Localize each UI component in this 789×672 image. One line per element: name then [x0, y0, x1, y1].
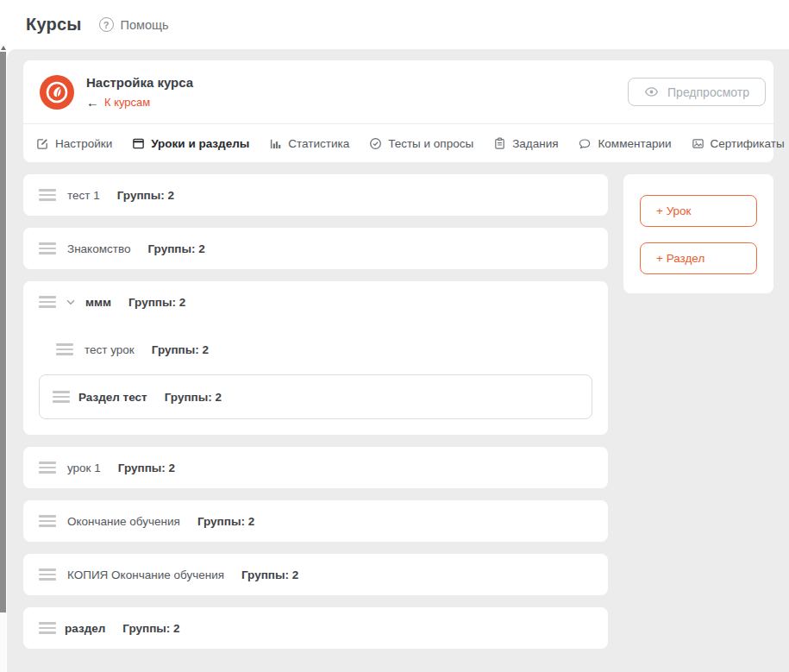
help-link[interactable]: ? Помощь [99, 17, 169, 32]
drag-handle-icon[interactable] [39, 189, 56, 201]
actions-panel: + Урок + Раздел [623, 174, 773, 293]
drag-handle-icon[interactable] [39, 242, 56, 254]
groups-count: Группы: 2 [122, 622, 179, 635]
tab-tasks[interactable]: Задания [493, 137, 558, 150]
lesson-name: Знакомство [67, 242, 130, 255]
lesson-row[interactable]: урок 1 Группы: 2 [23, 447, 608, 488]
lesson-row[interactable]: КОПИЯ Окончание обучения Группы: 2 [23, 554, 608, 595]
tab-label: Задания [512, 137, 558, 150]
eye-icon [644, 85, 659, 99]
lesson-name: тест 1 [67, 189, 100, 202]
tab-label: Уроки и разделы [151, 137, 249, 150]
lesson-name: Окончание обучения [67, 515, 180, 528]
edit-icon [36, 137, 49, 150]
preview-label: Предпросмотр [667, 85, 749, 99]
stats-icon [269, 137, 282, 150]
page-title: Курсы [26, 15, 82, 35]
groups-count: Группы: 2 [128, 296, 185, 309]
lessons-icon [132, 137, 145, 150]
groups-count: Группы: 2 [165, 391, 222, 404]
section-name: Раздел тест [78, 391, 147, 404]
left-scrollbar[interactable] [0, 45, 6, 672]
section-row[interactable]: раздел Группы: 2 [23, 607, 608, 649]
main-container: Настройка курса ← К курсам Предпросмотр [7, 49, 789, 672]
add-section-button[interactable]: + Раздел [640, 242, 757, 274]
course-settings-card: Настройка курса ← К курсам Предпросмотр [23, 60, 773, 162]
groups-count: Группы: 2 [197, 515, 254, 528]
tab-bar: Настройки Уроки и разделы Статистика [23, 123, 773, 162]
lesson-name: тест урок [85, 343, 135, 356]
certificates-icon [692, 137, 704, 150]
groups-count: Группы: 2 [152, 343, 209, 356]
drag-handle-icon[interactable] [39, 568, 56, 581]
preview-button[interactable]: Предпросмотр [628, 78, 766, 106]
tab-tests-surveys[interactable]: Тесты и опросы [369, 137, 473, 150]
section-name: раздел [65, 622, 105, 635]
chevron-down-icon[interactable] [65, 296, 77, 308]
lesson-name: КОПИЯ Окончание обучения [67, 568, 224, 581]
lesson-name: урок 1 [67, 462, 101, 474]
tab-certificates[interactable]: Сертификаты [692, 137, 785, 150]
scrollbar-up-icon[interactable] [1, 46, 6, 50]
tab-label: Статистика [288, 137, 349, 150]
groups-count: Группы: 2 [118, 462, 175, 474]
back-arrow-icon: ← [86, 95, 99, 110]
back-link-label: К курсам [104, 96, 150, 109]
lesson-row[interactable]: Окончание обучения Группы: 2 [23, 500, 608, 542]
course-title: Настройка курса [86, 75, 193, 90]
section-expanded-card: ммм Группы: 2 тест урок Группы: 2 Раздел… [23, 281, 608, 435]
tab-label: Тесты и опросы [388, 137, 473, 150]
section-row[interactable]: Раздел тест Группы: 2 [39, 374, 592, 419]
tab-label: Сертификаты [711, 137, 785, 150]
lesson-row[interactable]: Знакомство Группы: 2 [23, 228, 608, 269]
course-head: Настройка курса ← К курсам Предпросмотр [23, 60, 773, 123]
groups-count: Группы: 2 [241, 568, 298, 581]
drag-handle-icon[interactable] [39, 515, 56, 527]
comments-icon [578, 137, 592, 150]
lesson-list: тест 1 Группы: 2 Знакомство Группы: 2 мм… [23, 174, 608, 649]
groups-count: Группы: 2 [117, 189, 174, 202]
help-label: Помощь [121, 18, 169, 32]
tab-settings[interactable]: Настройки [36, 137, 112, 150]
tab-lessons-sections[interactable]: Уроки и разделы [132, 137, 249, 150]
course-logo-icon [40, 75, 74, 110]
tab-label: Настройки [55, 137, 112, 150]
section-row[interactable]: ммм Группы: 2 [23, 281, 608, 323]
tab-statistics[interactable]: Статистика [269, 137, 349, 150]
groups-count: Группы: 2 [147, 242, 204, 255]
quiz-icon [369, 137, 382, 150]
page-header: Курсы ? Помощь [0, 0, 789, 49]
add-lesson-button[interactable]: + Урок [640, 195, 757, 227]
section-name: ммм [85, 296, 111, 309]
tab-comments[interactable]: Комментарии [578, 137, 671, 150]
drag-handle-icon[interactable] [56, 343, 73, 355]
scrollbar-thumb[interactable] [0, 52, 6, 612]
content-row: тест 1 Группы: 2 Знакомство Группы: 2 мм… [23, 174, 789, 649]
drag-handle-icon[interactable] [39, 622, 56, 634]
lesson-row[interactable]: тест урок Группы: 2 [23, 329, 608, 370]
tab-label: Комментарии [598, 137, 671, 150]
drag-handle-icon[interactable] [53, 391, 70, 403]
drag-handle-icon[interactable] [39, 296, 56, 308]
back-to-courses-link[interactable]: ← К курсам [86, 95, 193, 110]
drag-handle-icon[interactable] [39, 462, 56, 474]
lesson-row[interactable]: тест 1 Группы: 2 [23, 174, 608, 216]
help-icon: ? [99, 17, 114, 32]
tasks-icon [493, 137, 506, 150]
